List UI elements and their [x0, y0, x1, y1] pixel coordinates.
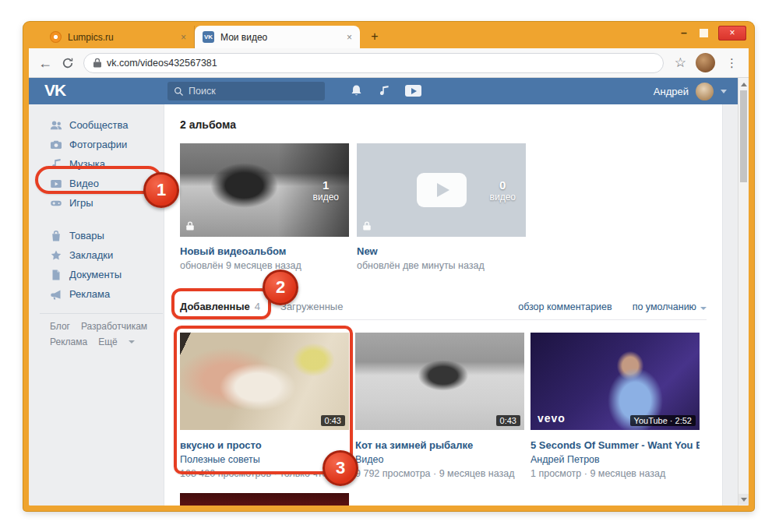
sidebar-label: Закладки: [69, 249, 113, 261]
footer-link-more[interactable]: Ещё: [98, 336, 118, 347]
sidebar-item-bookmarks[interactable]: Закладки: [40, 245, 163, 265]
play-button-icon: [417, 173, 467, 207]
camera-icon: [50, 139, 62, 151]
album-item[interactable]: 0 видео New обновлён две минуты назад: [357, 143, 526, 271]
music-note-icon: [50, 158, 62, 171]
video-thumbnail[interactable]: [180, 493, 349, 506]
private-lock-icon: [363, 221, 371, 231]
sidebar-item-ads[interactable]: Реклама: [40, 284, 163, 304]
sidebar-item-music[interactable]: Музыка: [40, 154, 163, 174]
video-thumbnail[interactable]: 0:43: [180, 333, 349, 430]
lumpics-favicon-icon: [50, 31, 62, 43]
back-button[interactable]: ←: [38, 56, 52, 70]
user-avatar: [696, 83, 714, 100]
video-icon[interactable]: [405, 85, 421, 97]
film-icon: [50, 178, 62, 190]
page-scrollbar[interactable]: [738, 78, 749, 506]
album-title[interactable]: New: [357, 245, 526, 257]
video-title[interactable]: Кот на зимней рыбалке: [355, 439, 524, 451]
document-icon: [50, 269, 62, 281]
album-video-count: 0: [490, 178, 516, 192]
notifications-bell-icon[interactable]: [350, 84, 363, 97]
browser-titlebar: Lumpics.ru × VK Мои видео × + – ×: [23, 22, 754, 48]
sidebar-label: Игры: [69, 197, 93, 209]
search-placeholder: Поиск: [189, 86, 216, 97]
vk-top-bar: VK Поиск: [29, 78, 738, 104]
sidebar-label: Видео: [69, 178, 99, 189]
tab-my-videos[interactable]: VK Мои видео ×: [195, 26, 360, 48]
sidebar-item-photos[interactable]: Фотографии: [40, 135, 163, 154]
browser-menu-icon[interactable]: ⋮: [724, 56, 739, 70]
annotation-step-number: 2: [263, 270, 298, 305]
duration-badge: 0:43: [496, 415, 520, 426]
left-sidebar: Сообщества Фотографии Музыка: [40, 115, 163, 352]
sidebar-item-communities[interactable]: Сообщества: [40, 115, 163, 135]
browser-profile-avatar[interactable]: [696, 53, 715, 72]
sidebar-label: Товары: [69, 230, 104, 241]
sidebar-label: Музыка: [69, 158, 105, 170]
music-icon[interactable]: [378, 85, 390, 97]
video-item[interactable]: 0:43 вкусно и просто Полезные советы 108…: [180, 333, 349, 479]
vk-logo[interactable]: VK: [44, 81, 65, 100]
footer-link-blog[interactable]: Блог: [50, 321, 70, 332]
duration-badge: 0:43: [321, 415, 345, 426]
sort-dropdown[interactable]: по умолчанию: [633, 301, 707, 312]
albums-header: 2 альбома: [180, 118, 707, 131]
video-channel[interactable]: Видео: [355, 454, 524, 465]
duration-badge: YouTube · 2:52: [630, 415, 696, 426]
address-bar[interactable]: vk.com/videos432567381: [83, 53, 664, 73]
scroll-down-arrow[interactable]: [738, 494, 749, 505]
tab-close-icon[interactable]: ×: [181, 32, 186, 43]
megaphone-icon: [50, 288, 62, 301]
albums-row: 1 видео Новый видеоальбом обновлён 9 мес…: [180, 143, 707, 271]
tab-title: Lumpics.ru: [68, 32, 174, 43]
album-thumbnail[interactable]: 1 видео: [180, 143, 349, 237]
video-title[interactable]: вкусно и просто: [180, 439, 349, 451]
footer-link-ads[interactable]: Реклама: [50, 336, 87, 347]
browser-toolbar: ← vk.com/videos432567381 ☆ ⋮: [29, 48, 749, 78]
chevron-down-icon: [721, 90, 727, 93]
videos-grid: 0:43 вкусно и просто Полезные советы 108…: [180, 333, 707, 479]
sidebar-item-documents[interactable]: Документы: [40, 265, 163, 284]
vevo-logo: vevo: [538, 412, 566, 425]
shopping-bag-icon: [50, 230, 62, 242]
comments-overview-link[interactable]: обзор комментариев: [518, 301, 612, 312]
tab-added-count: 4: [255, 301, 260, 312]
video-item[interactable]: vevo YouTube · 2:52 5 Seconds Of Summer …: [530, 333, 700, 479]
tab-lumpics[interactable]: Lumpics.ru ×: [42, 26, 195, 48]
tab-added[interactable]: Добавленные4: [180, 301, 260, 312]
album-title[interactable]: Новый видеоальбом: [180, 245, 349, 257]
user-menu[interactable]: Андрей: [654, 78, 727, 104]
video-channel[interactable]: Андрей Петров: [530, 454, 700, 465]
video-thumbnail[interactable]: 0:43: [355, 333, 524, 430]
close-window-button[interactable]: ×: [718, 26, 746, 41]
scroll-up-arrow[interactable]: [738, 79, 749, 90]
header-icons: [350, 84, 421, 97]
video-thumbnail[interactable]: vevo YouTube · 2:52: [530, 333, 700, 430]
page-viewport: VK Поиск: [29, 78, 749, 506]
search-input[interactable]: Поиск: [167, 82, 325, 100]
minimize-button[interactable]: –: [679, 26, 689, 41]
tab-strip: Lumpics.ru × VK Мои видео × +: [42, 26, 385, 48]
tab-close-icon[interactable]: ×: [347, 32, 352, 43]
url-text: vk.com/videos432567381: [107, 58, 217, 69]
video-meta: 9 792 просмотра · 9 месяцев назад: [355, 468, 524, 479]
album-video-count: 1: [313, 178, 339, 192]
album-video-count-label: видео: [490, 192, 516, 203]
album-video-count-label: видео: [313, 192, 339, 203]
footer-link-developers[interactable]: Разработчикам: [81, 321, 147, 332]
maximize-button[interactable]: [700, 29, 708, 37]
sidebar-footer: Блог Разработчикам Реклама Ещё: [40, 313, 163, 347]
album-item[interactable]: 1 видео Новый видеоальбом обновлён 9 мес…: [180, 143, 349, 271]
video-title[interactable]: 5 Seconds Of Summer - Want You Back (...: [530, 439, 700, 451]
bookmark-star-icon[interactable]: ☆: [675, 55, 686, 71]
video-item[interactable]: 0:43 Кот на зимней рыбалке Видео 9 792 п…: [355, 333, 524, 479]
sidebar-item-market[interactable]: Товары: [40, 226, 163, 245]
new-tab-button[interactable]: +: [365, 26, 385, 47]
reload-button[interactable]: [62, 57, 74, 69]
annotation-step-number: 1: [143, 172, 179, 208]
scrollbar-thumb[interactable]: [740, 90, 747, 182]
user-name: Андрей: [654, 86, 689, 97]
album-thumbnail[interactable]: 0 видео: [357, 143, 526, 237]
browser-client-area: ← vk.com/videos432567381 ☆ ⋮ VK: [29, 48, 749, 506]
